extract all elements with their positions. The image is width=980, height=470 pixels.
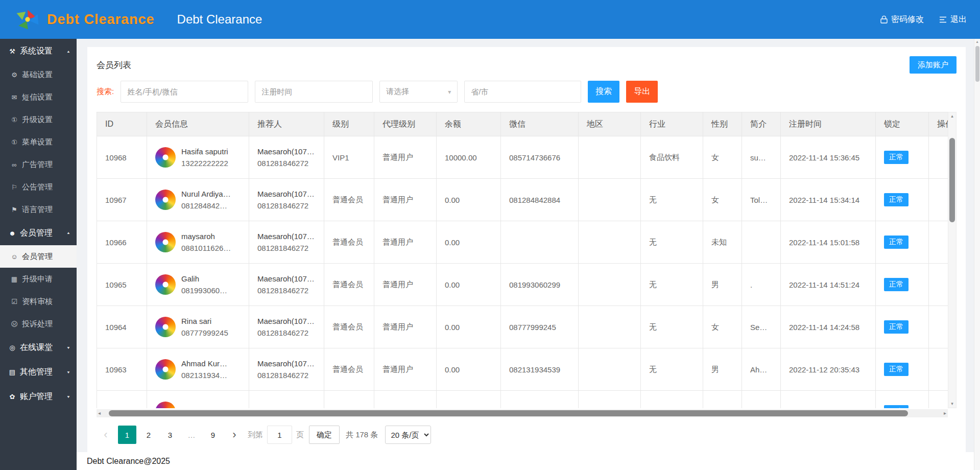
bell-icon: ⚐ xyxy=(9,183,19,191)
sidebar-item[interactable]: ☻ 会员管理 ▲ xyxy=(0,221,77,245)
sidebar-item[interactable]: ✉ 短信设置 xyxy=(0,86,77,108)
sidebar-item-label: 系统设置 xyxy=(20,46,66,57)
sidebar-item[interactable]: ① 升级设置 xyxy=(0,108,77,131)
page-size-select[interactable]: 20 条/页 xyxy=(385,426,431,444)
confirm-button[interactable]: 确定 xyxy=(309,426,340,444)
password-change-link[interactable]: 密码修改 xyxy=(880,14,924,25)
cell-id: 10967 xyxy=(97,179,147,221)
page-scrollbar[interactable]: ▴ xyxy=(974,39,980,470)
cell-region xyxy=(579,264,641,306)
status-badge[interactable]: 正常 xyxy=(884,363,909,376)
avatar xyxy=(155,190,176,210)
member-name: Galih xyxy=(181,273,227,285)
pagination: ‹ 1 2 3 … 9 › 到第 页 xyxy=(97,426,957,444)
column-header: 余额 xyxy=(437,112,501,136)
users-icon: ☻ xyxy=(7,229,17,237)
scroll-right-icon[interactable]: ▸ xyxy=(944,409,946,417)
lock-icon xyxy=(880,15,888,24)
cell-level: 普通会员 xyxy=(324,221,374,264)
column-header: 锁定 xyxy=(876,112,929,136)
referrer-phone: 081281846272 xyxy=(257,369,316,381)
cell-intro: . xyxy=(742,264,781,306)
sidebar-item[interactable]: ▤ 其他管理 ▼ xyxy=(0,360,77,384)
sidebar-item[interactable]: ▦ 升级申请 xyxy=(0,268,77,290)
status-badge[interactable]: 正常 xyxy=(884,193,909,206)
cell-industry: 无 xyxy=(641,348,703,391)
scroll-up-icon[interactable]: ▴ xyxy=(948,113,956,120)
table-horizontal-scrollbar[interactable]: ◂ ▸ xyxy=(97,409,948,417)
page-scroll-thumb[interactable] xyxy=(975,46,979,82)
member-phone: 081993060… xyxy=(181,285,227,296)
sidebar-item[interactable]: ⚐ 公告管理 xyxy=(0,176,77,198)
page-button[interactable]: 2 xyxy=(139,426,158,444)
referrer-name: Maesaroh(107… xyxy=(257,188,316,200)
table-row: 10965 Galih 081993060… xyxy=(97,264,948,306)
cell-gender xyxy=(703,391,742,409)
sidebar-item[interactable]: ☺ 会员管理 xyxy=(0,245,77,268)
sms-icon: ✉ xyxy=(9,93,19,101)
region-input[interactable] xyxy=(464,81,581,103)
logout-link[interactable]: 退出 xyxy=(939,14,967,25)
sidebar-item[interactable]: ◎ 在线课堂 ▼ xyxy=(0,335,77,360)
top-actions: 密码修改 退出 xyxy=(880,14,967,25)
export-button[interactable]: 导出 xyxy=(626,81,658,103)
cell-balance: 10000.00 xyxy=(437,136,501,179)
scroll-left-icon[interactable]: ◂ xyxy=(98,409,101,417)
chevron-icon: ▼ xyxy=(66,394,70,398)
add-account-button[interactable]: 添加账户 xyxy=(910,56,957,74)
status-badge[interactable]: 正常 xyxy=(884,320,909,334)
cell-region xyxy=(579,221,641,264)
filter-select[interactable]: 请选择 ▾ xyxy=(379,81,458,103)
page-button[interactable]: 9 xyxy=(204,426,222,444)
page-button[interactable]: ‹ xyxy=(97,426,115,444)
sidebar-item[interactable]: ⚒ 系统设置 ▲ xyxy=(0,39,77,63)
account-icon: ✿ xyxy=(7,393,17,401)
sidebar-item[interactable]: ☹ 投诉处理 xyxy=(0,313,77,335)
cell-agent-level: 普通用户 xyxy=(374,221,437,264)
user-icon: ☺ xyxy=(9,253,19,261)
sidebar-item[interactable]: ⚑ 语言管理 xyxy=(0,198,77,221)
gear-icon: ⚙ xyxy=(9,71,19,79)
page-scroll-up-icon[interactable]: ▴ xyxy=(974,39,980,44)
sidebar-item[interactable]: ⚙ 基础设置 xyxy=(0,63,77,86)
footer-text: Debt Clearance@2025 xyxy=(87,457,170,466)
avatar xyxy=(155,317,176,337)
table-row: 10968 Hasifa saputri 13222222222 xyxy=(97,136,948,179)
sidebar-item[interactable]: ✿ 账户管理 ▼ xyxy=(0,384,77,409)
cell-industry: 无 xyxy=(641,264,703,306)
cell-actions xyxy=(929,221,948,264)
cell-member: Rina sari 08777999245 xyxy=(147,306,249,348)
cell-wechat xyxy=(501,221,579,264)
page-button[interactable]: › xyxy=(225,426,244,444)
scroll-down-icon[interactable]: ▾ xyxy=(948,401,956,407)
register-time-input[interactable] xyxy=(255,81,373,103)
cell-id xyxy=(97,391,147,409)
sidebar-item[interactable]: ① 菜单设置 xyxy=(0,131,77,153)
page-button[interactable]: … xyxy=(182,426,201,444)
page-button[interactable]: 3 xyxy=(161,426,179,444)
status-badge[interactable]: 正常 xyxy=(884,151,909,164)
vertical-scroll-thumb[interactable] xyxy=(949,138,955,222)
cell-referrer: Maesaroh(107… 081281846272 xyxy=(249,179,324,221)
status-badge[interactable]: 正常 xyxy=(884,278,909,291)
page-jump-input[interactable] xyxy=(267,426,292,444)
status-badge[interactable]: 正常 xyxy=(884,405,909,408)
search-button[interactable]: 搜索 xyxy=(588,81,619,103)
table-header-row: ID会员信息推荐人级别代理级别余额微信地区行业性别简介注册时间锁定操作 xyxy=(97,112,948,136)
cell-balance: 0.00 xyxy=(437,179,501,221)
sidebar-item-label: 菜单设置 xyxy=(22,137,70,147)
horizontal-scroll-thumb[interactable] xyxy=(109,410,908,416)
status-badge[interactable]: 正常 xyxy=(884,236,909,249)
sidebar-item-label: 资料审核 xyxy=(22,297,70,307)
member-list-card: 会员列表 添加账户 搜索: 请选择 ▾ 搜索 导出 xyxy=(87,47,966,452)
jump-suffix-label: 页 xyxy=(296,430,304,440)
table-vertical-scrollbar[interactable]: ▴ ▾ xyxy=(948,112,957,408)
cell-referrer: Maesaroh(107… xyxy=(249,391,324,409)
keyword-input[interactable] xyxy=(121,81,248,103)
referrer-phone: 081281846272 xyxy=(257,200,316,212)
sidebar-item[interactable]: ☑ 资料审核 xyxy=(0,290,77,313)
sidebar-item[interactable]: ∞ 广告管理 xyxy=(0,153,77,176)
page-button[interactable]: 1 xyxy=(118,426,136,444)
referrer-phone: 081281846272 xyxy=(257,285,316,296)
cell-member: Hasifa saputri 13222222222 xyxy=(147,136,249,179)
